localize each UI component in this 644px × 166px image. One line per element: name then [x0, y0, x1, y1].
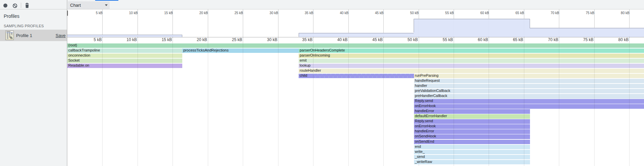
- svg-text:%: %: [10, 36, 13, 40]
